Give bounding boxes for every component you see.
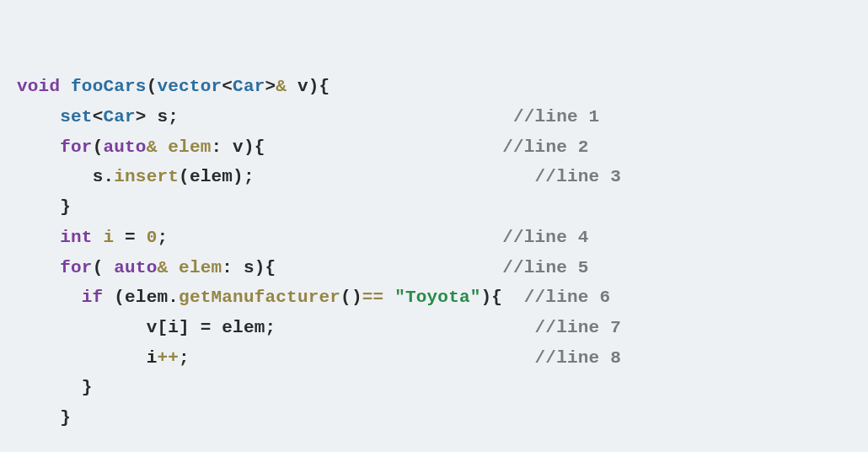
line-12: } bbox=[17, 408, 71, 428]
line-8: if (elem.getManufacturer()== "Toyota"){ … bbox=[17, 288, 610, 307]
parens: () bbox=[340, 288, 362, 307]
line-2: set<Car> s; //line 1 bbox=[17, 107, 599, 126]
brace-close: } bbox=[60, 408, 71, 428]
semicolon: ; bbox=[265, 318, 276, 337]
line-1: void fooCars(vector<Car>& v){ bbox=[17, 77, 330, 96]
line-10: i++; //line 8 bbox=[17, 348, 621, 368]
comment-line-5: //line 5 bbox=[502, 258, 588, 277]
line-7: for( auto& elem: s){ //line 5 bbox=[17, 258, 589, 277]
dot: . bbox=[168, 288, 179, 307]
line-6: int i = 0; //line 4 bbox=[17, 228, 589, 247]
var-i: i bbox=[147, 348, 158, 368]
code-block: void fooCars(vector<Car>& v){ set<Car> s… bbox=[17, 72, 851, 452]
var-s: s bbox=[244, 258, 255, 277]
function-name: fooCars bbox=[71, 77, 147, 96]
equals: = bbox=[114, 228, 146, 247]
angle-open: < bbox=[222, 77, 233, 96]
colon: : bbox=[212, 137, 233, 157]
line-4: s.insert(elem); //line 3 bbox=[17, 167, 621, 186]
comment-line-2: //line 2 bbox=[502, 137, 588, 157]
method-insert: insert bbox=[114, 167, 179, 186]
dot: . bbox=[103, 167, 114, 186]
method-getmanufacturer: getManufacturer bbox=[179, 288, 340, 307]
paren-open: ( bbox=[93, 258, 115, 277]
paren-open: ( bbox=[114, 288, 125, 307]
string-toyota: "Toyota" bbox=[394, 288, 480, 307]
literal-zero: 0 bbox=[147, 228, 158, 247]
paren-close-brace: ){ bbox=[481, 288, 503, 307]
paren-open: ( bbox=[93, 137, 104, 157]
keyword-for: for bbox=[60, 137, 92, 157]
comment-line-7: //line 7 bbox=[535, 318, 621, 337]
op-equals: == bbox=[362, 288, 394, 307]
ampersand: & bbox=[157, 258, 168, 277]
var-elem: elem bbox=[222, 318, 265, 337]
equals: = bbox=[190, 318, 222, 337]
bracket-close: ] bbox=[179, 318, 190, 337]
line-3: for(auto& elem: v){ //line 2 bbox=[17, 137, 589, 157]
ampersand: & bbox=[276, 77, 287, 96]
comment-line-8: //line 8 bbox=[535, 348, 621, 368]
ampersand: & bbox=[147, 137, 158, 157]
param-v: v bbox=[297, 77, 308, 96]
semicolon: ; bbox=[168, 107, 179, 126]
angle-open: < bbox=[93, 107, 104, 126]
type-set: set bbox=[60, 107, 92, 126]
var-elem: elem bbox=[168, 137, 211, 157]
brace-close: } bbox=[60, 197, 71, 217]
paren-close-brace: ){ bbox=[255, 258, 276, 277]
var-elem: elem bbox=[179, 258, 222, 277]
var-i: i bbox=[168, 318, 179, 337]
angle-close: > bbox=[136, 107, 147, 126]
var-elem: elem bbox=[190, 167, 233, 186]
line-9: v[i] = elem; //line 7 bbox=[17, 318, 621, 337]
var-s: s bbox=[93, 167, 104, 186]
brace-close: } bbox=[82, 378, 93, 397]
comment-line-3: //line 3 bbox=[535, 167, 621, 186]
paren-close-semi: ); bbox=[233, 167, 255, 186]
paren-open: ( bbox=[179, 167, 190, 186]
paren-close-brace: ){ bbox=[244, 137, 265, 157]
keyword-void: void bbox=[17, 77, 60, 96]
var-elem: elem bbox=[125, 288, 168, 307]
semicolon: ; bbox=[179, 348, 190, 368]
var-v: v bbox=[233, 137, 244, 157]
keyword-for: for bbox=[60, 258, 92, 277]
var-s: s bbox=[157, 107, 168, 126]
type-vector: vector bbox=[157, 77, 222, 96]
keyword-auto: auto bbox=[114, 258, 157, 277]
paren-open: ( bbox=[147, 77, 158, 96]
comment-line-6: //line 6 bbox=[524, 288, 610, 307]
angle-close: > bbox=[265, 77, 276, 96]
paren-close-brace: ){ bbox=[308, 77, 330, 96]
keyword-int: int bbox=[60, 228, 92, 247]
comment-line-4: //line 4 bbox=[502, 228, 588, 247]
line-5: } bbox=[17, 197, 71, 217]
op-increment: ++ bbox=[157, 348, 179, 368]
keyword-if: if bbox=[82, 288, 104, 307]
type-car: Car bbox=[103, 107, 135, 126]
semicolon: ; bbox=[157, 228, 168, 247]
keyword-auto: auto bbox=[103, 137, 146, 157]
line-11: } bbox=[17, 378, 93, 397]
colon: : bbox=[222, 258, 244, 277]
var-i: i bbox=[103, 228, 114, 247]
var-v: v bbox=[147, 318, 158, 337]
bracket-open: [ bbox=[157, 318, 168, 337]
comment-line-1: //line 1 bbox=[513, 107, 599, 126]
type-car: Car bbox=[233, 77, 265, 96]
